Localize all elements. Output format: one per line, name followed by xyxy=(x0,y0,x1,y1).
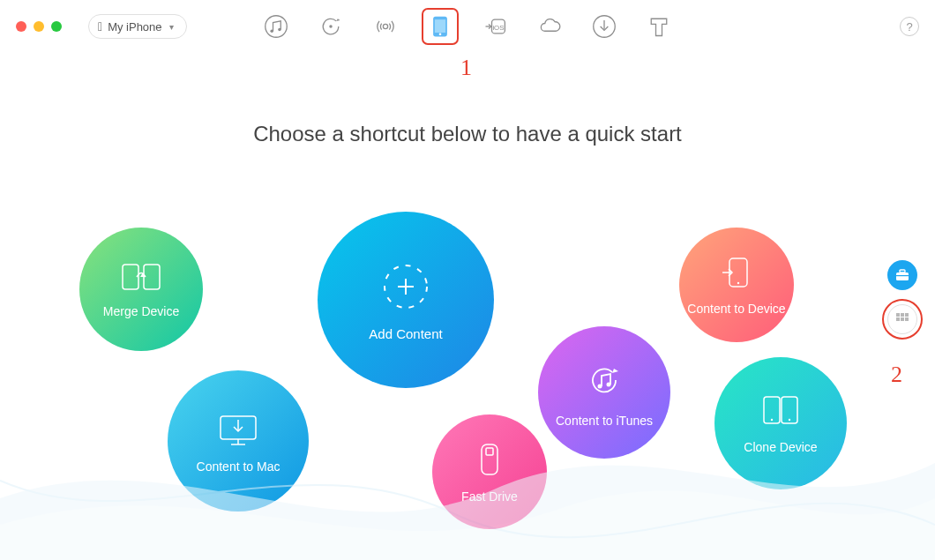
fast-drive-icon xyxy=(476,441,503,481)
svg-point-1 xyxy=(270,30,273,34)
shortcut-label: Content to Mac xyxy=(197,459,280,474)
svg-point-4 xyxy=(383,24,387,28)
shortcut-add-content[interactable]: Add Content xyxy=(318,212,494,388)
apple-icon:  xyxy=(98,20,102,33)
shortcut-fast-drive[interactable]: Fast Drive xyxy=(432,414,547,529)
svg-rect-17 xyxy=(482,444,497,474)
svg-rect-12 xyxy=(144,265,160,289)
merge-device-icon xyxy=(121,261,161,295)
svg-rect-33 xyxy=(905,317,909,321)
svg-point-2 xyxy=(278,28,281,32)
svg-point-20 xyxy=(607,382,611,386)
svg-rect-6 xyxy=(435,19,445,33)
shortcut-label: Content to iTunes xyxy=(556,414,653,428)
toolbox-button[interactable] xyxy=(887,260,917,290)
shortcut-label: Fast Drive xyxy=(461,489,518,504)
nav-ringtone[interactable] xyxy=(643,11,675,42)
nav-itunes-backup[interactable] xyxy=(315,11,347,42)
svg-point-15 xyxy=(737,281,739,283)
nav-device-manager[interactable] xyxy=(424,11,456,42)
close-button[interactable] xyxy=(16,21,26,32)
content-to-itunes-icon xyxy=(582,358,626,405)
svg-point-19 xyxy=(598,384,602,388)
help-label: ? xyxy=(906,20,912,34)
maximize-button[interactable] xyxy=(51,21,62,32)
chevron-down-icon: ▾ xyxy=(169,22,174,32)
svg-rect-30 xyxy=(905,313,909,317)
svg-rect-27 xyxy=(896,275,909,276)
annotation-2: 2 xyxy=(891,362,902,388)
content-to-mac-icon xyxy=(215,409,261,451)
svg-point-3 xyxy=(329,25,333,28)
svg-text:iOS: iOS xyxy=(492,24,504,32)
shortcut-label: Clone Device xyxy=(744,440,817,454)
window-controls xyxy=(16,21,62,32)
svg-point-24 xyxy=(789,418,790,420)
svg-rect-32 xyxy=(901,317,904,321)
side-actions xyxy=(887,260,917,334)
device-selector[interactable]:  My iPhone ▾ xyxy=(88,14,187,39)
shortcut-merge-device[interactable]: Merge Device xyxy=(79,228,203,351)
nav-air-backup[interactable] xyxy=(370,11,401,42)
svg-point-23 xyxy=(771,418,773,420)
svg-point-0 xyxy=(266,16,288,38)
device-name: My iPhone xyxy=(108,20,161,34)
shortcut-bubbles: Merge Device Add Content Content to Devi… xyxy=(35,212,856,547)
shortcut-label: Merge Device xyxy=(103,304,179,318)
shortcut-label: Content to Device xyxy=(687,302,785,316)
page-title: Choose a shortcut below to have a quick … xyxy=(0,122,935,146)
clone-device-icon xyxy=(760,393,801,431)
svg-rect-18 xyxy=(486,448,493,455)
svg-rect-29 xyxy=(901,313,904,317)
grid-icon xyxy=(895,312,909,326)
titlebar:  My iPhone ▾ xyxy=(0,0,935,53)
shortcut-content-to-itunes[interactable]: Content to iTunes xyxy=(538,326,670,459)
svg-rect-28 xyxy=(896,313,900,317)
nav-download[interactable] xyxy=(588,11,620,42)
shortcut-content-to-mac[interactable]: Content to Mac xyxy=(168,370,309,511)
svg-rect-11 xyxy=(123,265,138,289)
svg-rect-25 xyxy=(896,273,909,280)
toolbox-icon xyxy=(894,267,910,283)
nav-itunes-library[interactable] xyxy=(260,11,292,42)
shortcut-content-to-device[interactable]: Content to Device xyxy=(679,228,794,342)
nav-to-ios[interactable]: iOS xyxy=(479,11,511,42)
nav-icloud[interactable] xyxy=(534,11,565,42)
category-view-button[interactable] xyxy=(887,304,917,334)
svg-point-7 xyxy=(439,33,442,35)
add-content-icon xyxy=(378,258,434,317)
annotation-1: 1 xyxy=(460,55,472,81)
help-button[interactable]: ? xyxy=(900,17,919,36)
shortcut-clone-device[interactable]: Clone Device xyxy=(714,357,847,489)
content-to-device-icon xyxy=(719,255,754,293)
minimize-button[interactable] xyxy=(34,21,44,32)
svg-rect-26 xyxy=(900,270,905,273)
svg-rect-31 xyxy=(896,317,900,321)
shortcut-label: Add Content xyxy=(369,326,442,341)
